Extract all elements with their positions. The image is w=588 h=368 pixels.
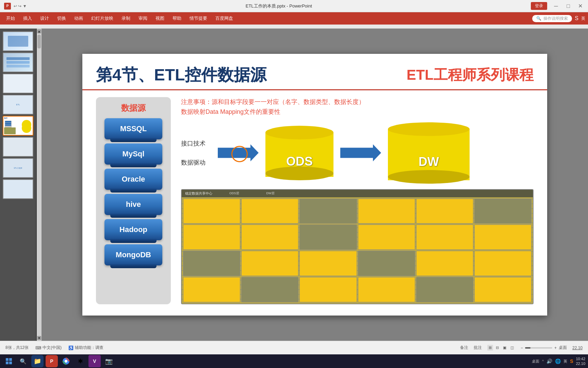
chevron-icon: ^	[542, 359, 544, 363]
sogou-taskbar[interactable]: S	[570, 358, 573, 364]
screenshot-content	[182, 197, 533, 304]
svg-point-5	[65, 360, 67, 363]
taskbar-chrome[interactable]	[60, 355, 72, 367]
language-indicator: ⌨ 中文(中国)	[35, 345, 62, 351]
clock: 10:42 22.10	[576, 356, 585, 366]
db-hive[interactable]: hive	[104, 194, 162, 215]
search-icon: 🔍	[20, 358, 27, 365]
search-box[interactable]: 🔍 操作说明搜索	[532, 15, 572, 22]
comments-button[interactable]: 批注	[474, 345, 482, 351]
menu-review[interactable]: 审阅	[135, 14, 151, 23]
zoom-in-btn[interactable]: +	[554, 346, 557, 350]
sc-cell	[474, 277, 532, 302]
taskbar-vs[interactable]: V	[88, 355, 101, 367]
notes-button[interactable]: 备注	[460, 345, 468, 351]
slide-body: 数据源 MSSQL MySql Oracle hive Hadoop Mongo…	[82, 90, 547, 311]
sc-cell	[358, 277, 415, 302]
db-mongodb[interactable]: MongoDB	[104, 244, 162, 265]
menu-bar: 开始 插入 设计 切换 动画 幻灯片放映 录制 审阅 视图 帮助 情节提要 百度…	[0, 12, 588, 25]
login-button[interactable]: 登录	[531, 2, 547, 10]
slide-thumb-1[interactable]	[3, 31, 33, 51]
slide-sorter-btn[interactable]: ⊟	[494, 345, 500, 351]
slide-thumb-6[interactable]	[3, 137, 33, 157]
taskbar: 🔍 📁 P ✱ V 📷 桌面 ^ 🔊 🌐 英 S 10:42 22.10	[0, 354, 588, 368]
sc-cell	[241, 251, 298, 276]
zoom-slider[interactable]	[525, 347, 552, 349]
ppt-icon: P	[50, 358, 53, 364]
taskbar-file-explorer[interactable]: 📁	[31, 355, 44, 367]
sc-cell	[358, 225, 415, 250]
menu-record[interactable]: 录制	[118, 14, 134, 23]
zoom-out-btn[interactable]: −	[521, 346, 523, 350]
status-right: 备注 批注 ⊞ ⊟ ▣ ◫ − + 桌面 22.10	[460, 345, 583, 351]
slide-thumb-5[interactable]: 第4节	[3, 116, 33, 136]
datasource-box: 数据源 MSSQL MySql Oracle hive Hadoop Mongo…	[96, 97, 171, 304]
title-bar: P ↩ ↪ ▼ ETL工作的本质.pptx - PowerPoint 登录 ─ …	[0, 0, 588, 12]
sc-cell	[241, 199, 298, 224]
zoom-percent[interactable]: 22.10	[572, 346, 583, 350]
sc-cell	[299, 277, 357, 302]
menu-view[interactable]: 视图	[152, 14, 168, 23]
slide-thumb-7[interactable]: ETL工程师	[3, 158, 33, 178]
vertical-scrollbar[interactable]: ▲ ▼	[37, 29, 42, 341]
app-icon: P	[4, 3, 11, 10]
menu-animation[interactable]: 动画	[71, 14, 86, 23]
speaker-icon[interactable]: 🔊	[546, 358, 552, 364]
sc-cell	[358, 251, 415, 276]
taskbar-app5[interactable]: ✱	[74, 355, 86, 367]
search-icon: 🔍	[536, 16, 541, 21]
slide-thumb-4[interactable]: ETL	[3, 95, 33, 114]
win-minimize[interactable]: ─	[553, 3, 559, 10]
menu-design[interactable]: 设计	[37, 14, 52, 23]
db-oracle[interactable]: Oracle	[104, 169, 162, 190]
menu-transition[interactable]: 切换	[54, 14, 69, 23]
menu-slideshow[interactable]: 幻灯片放映	[88, 14, 117, 23]
menu-baidu[interactable]: 百度网盘	[212, 14, 236, 23]
search-button[interactable]: 🔍	[17, 355, 29, 367]
win-close[interactable]: ✕	[577, 3, 584, 10]
status-bar: 8张，共12张 ⌨ 中文(中国) ♿ 辅助功能：调查 备注 批注 ⊞ ⊟ ▣ ◫…	[0, 341, 588, 354]
right-content: 注意事项：源和目标字段要一一对应（名字、数据类型、数据长度） 数据映射Data …	[181, 97, 534, 304]
quick-access[interactable]: ↩ ↪ ▼	[14, 4, 27, 9]
view-buttons: ⊞ ⊟ ▣ ◫	[487, 345, 515, 351]
taskbar-right: 桌面 ^ 🔊 🌐 英 S 10:42 22.10	[532, 356, 585, 366]
dw-bottom	[388, 170, 470, 184]
presenter-view-btn[interactable]: ◫	[509, 345, 515, 351]
network-icon[interactable]: 🌐	[555, 358, 561, 364]
start-button[interactable]	[3, 355, 15, 367]
db-mysql[interactable]: MySql	[104, 143, 162, 165]
reading-view-btn[interactable]: ▣	[502, 345, 508, 351]
sc-cell	[416, 277, 473, 302]
translate-icon: 英	[581, 16, 585, 21]
menu-insert[interactable]: 插入	[20, 14, 35, 23]
db-hadoop[interactable]: Hadoop	[104, 219, 162, 240]
sc-cell	[241, 277, 298, 302]
window-title: ETL工作的本质.pptx - PowerPoint	[246, 3, 312, 9]
desktop-label[interactable]: 桌面	[532, 359, 539, 364]
svg-rect-3	[9, 362, 12, 364]
normal-view-btn[interactable]: ⊞	[487, 345, 493, 351]
screenshot-title: 稳定数据共享中心	[185, 191, 212, 196]
ods-bottom	[265, 167, 333, 180]
sc-cell	[183, 225, 240, 250]
svg-rect-1	[9, 358, 12, 361]
taskbar-camera[interactable]: 📷	[103, 355, 115, 367]
sc-cell	[474, 199, 532, 224]
db-mssql[interactable]: MSSQL	[104, 118, 162, 139]
slide-thumb-3[interactable]	[3, 74, 33, 93]
ods-label: ODS	[286, 154, 313, 168]
taskbar-lang[interactable]: 英	[564, 359, 567, 364]
svg-rect-0	[6, 358, 9, 361]
ods-top	[265, 126, 333, 139]
slide-thumb-8[interactable]	[3, 179, 33, 199]
menu-story[interactable]: 情节提要	[186, 14, 211, 23]
slide-thumb-2[interactable]	[3, 52, 33, 72]
win-maximize[interactable]: □	[565, 3, 572, 10]
menu-start[interactable]: 开始	[3, 14, 18, 23]
date-display: 22.10	[576, 361, 585, 366]
sc-cell	[474, 225, 532, 250]
menu-help[interactable]: 帮助	[169, 14, 185, 23]
sc-cell	[416, 225, 473, 250]
notice-line1: 注意事项：源和目标字段要一一对应（名字、数据类型、数据长度）	[181, 97, 534, 107]
taskbar-powerpoint[interactable]: P	[46, 355, 58, 367]
